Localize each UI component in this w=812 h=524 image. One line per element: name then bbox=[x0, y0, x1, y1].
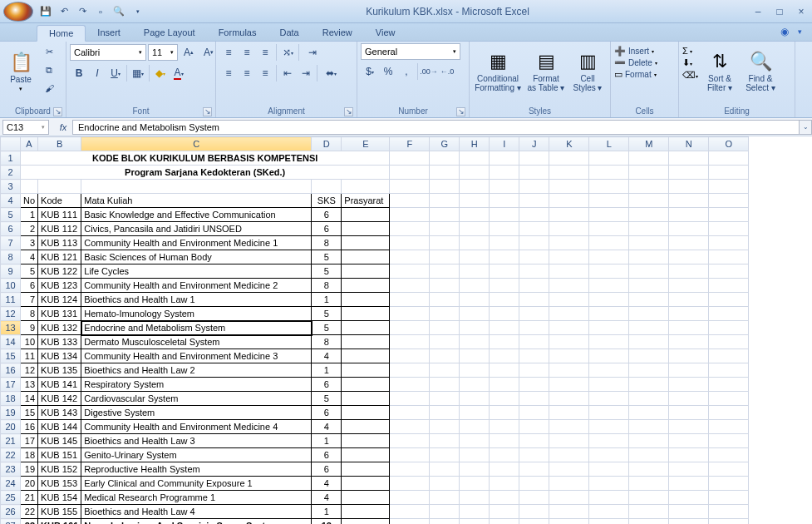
cell-L23[interactable] bbox=[589, 462, 629, 477]
cell-O22[interactable] bbox=[709, 448, 749, 462]
cell-J1[interactable] bbox=[519, 151, 549, 166]
cell-M22[interactable] bbox=[629, 448, 669, 462]
cell-C18[interactable]: Cardiovascular System bbox=[81, 392, 312, 406]
row-header-13[interactable]: 13 bbox=[1, 321, 21, 335]
cell-K18[interactable] bbox=[549, 392, 589, 406]
cell-K10[interactable] bbox=[549, 279, 589, 293]
cell-D26[interactable]: 1 bbox=[312, 505, 342, 519]
row-header-9[interactable]: 9 bbox=[1, 264, 21, 279]
cell-N6[interactable] bbox=[669, 222, 709, 236]
cell-B9[interactable]: KUB 122 bbox=[38, 264, 81, 279]
cell-K11[interactable] bbox=[549, 293, 589, 307]
cell-D21[interactable]: 1 bbox=[312, 434, 342, 448]
cell-H25[interactable] bbox=[460, 491, 490, 505]
cell-G18[interactable] bbox=[430, 392, 460, 406]
cell-E18[interactable] bbox=[342, 392, 390, 406]
cell-I15[interactable] bbox=[490, 349, 519, 363]
cell-K16[interactable] bbox=[549, 363, 589, 378]
cell-H3[interactable] bbox=[460, 180, 490, 194]
cell-C8[interactable]: Basic Sciences of Human Body bbox=[81, 250, 312, 264]
cell-A7[interactable]: 3 bbox=[21, 236, 38, 250]
cell-L27[interactable] bbox=[589, 519, 629, 525]
cell-F24[interactable] bbox=[390, 477, 430, 491]
percent-format-icon[interactable]: % bbox=[379, 62, 397, 81]
cell-C24[interactable]: Early Clinical and Community Exposure 1 bbox=[81, 477, 312, 491]
cell-I1[interactable] bbox=[490, 151, 519, 166]
cell-G23[interactable] bbox=[430, 462, 460, 477]
italic-button[interactable]: I bbox=[88, 64, 106, 82]
cell-title2[interactable]: Program Sarjana Kedokteran (SKed.) bbox=[21, 166, 390, 180]
cell-E23[interactable] bbox=[342, 462, 390, 477]
font-color-button[interactable]: A▾ bbox=[170, 64, 188, 82]
clipboard-dialog-launcher[interactable]: ↘ bbox=[53, 107, 62, 116]
cell-H1[interactable] bbox=[460, 151, 490, 166]
row-header-3[interactable]: 3 bbox=[1, 180, 21, 194]
cell-N9[interactable] bbox=[669, 264, 709, 279]
cell-J19[interactable] bbox=[519, 406, 549, 420]
format-as-table-button[interactable]: ▤ Formatas Table ▾ bbox=[525, 43, 567, 100]
print-preview-icon[interactable]: 🔍 bbox=[111, 4, 126, 19]
tab-formulas[interactable]: Formulas bbox=[207, 25, 268, 41]
comma-format-icon[interactable]: , bbox=[397, 62, 416, 81]
cell-C3[interactable] bbox=[81, 180, 312, 194]
cell-E25[interactable] bbox=[342, 491, 390, 505]
cell-O17[interactable] bbox=[709, 378, 749, 392]
conditional-formatting-button[interactable]: ▦ ConditionalFormatting ▾ bbox=[473, 43, 523, 100]
cell-G25[interactable] bbox=[430, 491, 460, 505]
cell-I6[interactable] bbox=[490, 222, 519, 236]
cell-J11[interactable] bbox=[519, 293, 549, 307]
col-header-D[interactable]: D bbox=[312, 137, 342, 151]
cell-I14[interactable] bbox=[490, 335, 519, 349]
cell-C27[interactable]: Neurobehaviour And Specivic Sense System bbox=[81, 519, 312, 525]
cell-G11[interactable] bbox=[430, 293, 460, 307]
cell-C15[interactable]: Community Health and Environment Medicin… bbox=[81, 349, 312, 363]
cell-G6[interactable] bbox=[430, 222, 460, 236]
cell-N18[interactable] bbox=[669, 392, 709, 406]
cell-J17[interactable] bbox=[519, 378, 549, 392]
cell-A8[interactable]: 4 bbox=[21, 250, 38, 264]
cell-A14[interactable]: 10 bbox=[21, 335, 38, 349]
cell-L11[interactable] bbox=[589, 293, 629, 307]
name-box[interactable]: C13▾ bbox=[2, 120, 49, 135]
cell-L19[interactable] bbox=[589, 406, 629, 420]
cell-B24[interactable]: KUB 153 bbox=[38, 477, 81, 491]
cell-M14[interactable] bbox=[629, 335, 669, 349]
cell-I19[interactable] bbox=[490, 406, 519, 420]
cell-C20[interactable]: Community Health and Environment Medicin… bbox=[81, 420, 312, 434]
cell-E16[interactable] bbox=[342, 363, 390, 378]
cell-M27[interactable] bbox=[629, 519, 669, 525]
cell-D10[interactable]: 8 bbox=[312, 279, 342, 293]
autosum-button[interactable]: Σ▾ bbox=[682, 46, 698, 56]
cell-B20[interactable]: KUB 144 bbox=[38, 420, 81, 434]
cell-C12[interactable]: Hemato-Imunology System bbox=[81, 307, 312, 321]
cell-L17[interactable] bbox=[589, 378, 629, 392]
cell-I17[interactable] bbox=[490, 378, 519, 392]
cell-F23[interactable] bbox=[390, 462, 430, 477]
cell-A25[interactable]: 21 bbox=[21, 491, 38, 505]
cell-O23[interactable] bbox=[709, 462, 749, 477]
cell-N3[interactable] bbox=[669, 180, 709, 194]
cell-M4[interactable] bbox=[629, 194, 669, 208]
cell-H10[interactable] bbox=[460, 279, 490, 293]
cell-L3[interactable] bbox=[589, 180, 629, 194]
cell-D23[interactable]: 6 bbox=[312, 462, 342, 477]
cell-E17[interactable] bbox=[342, 378, 390, 392]
cell-N2[interactable] bbox=[669, 166, 709, 180]
minimize-button[interactable]: – bbox=[750, 6, 765, 17]
cell-A10[interactable]: 6 bbox=[21, 279, 38, 293]
col-header-M[interactable]: M bbox=[629, 137, 669, 151]
cell-H8[interactable] bbox=[460, 250, 490, 264]
cell-J26[interactable] bbox=[519, 505, 549, 519]
cell-I27[interactable] bbox=[490, 519, 519, 525]
cell-A22[interactable]: 18 bbox=[21, 448, 38, 462]
cell-F11[interactable] bbox=[390, 293, 430, 307]
cell-L24[interactable] bbox=[589, 477, 629, 491]
cell-N13[interactable] bbox=[669, 321, 709, 335]
cell-B16[interactable]: KUB 135 bbox=[38, 363, 81, 378]
cell-M19[interactable] bbox=[629, 406, 669, 420]
row-header-12[interactable]: 12 bbox=[1, 307, 21, 321]
cell-O16[interactable] bbox=[709, 363, 749, 378]
cell-C21[interactable]: Bioethics and Health Law 3 bbox=[81, 434, 312, 448]
cell-K12[interactable] bbox=[549, 307, 589, 321]
fx-button[interactable]: fx bbox=[54, 122, 72, 132]
